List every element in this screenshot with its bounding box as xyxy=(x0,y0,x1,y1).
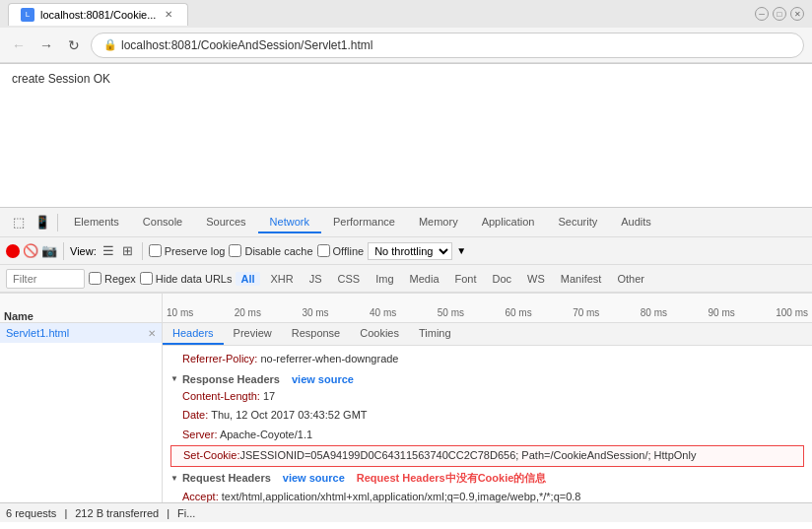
filter-media[interactable]: Media xyxy=(403,270,446,288)
device-toggle-btn[interactable]: 📱 xyxy=(32,212,53,233)
maximize-btn[interactable]: □ xyxy=(773,7,786,21)
preserve-log-checkbox[interactable] xyxy=(149,244,162,257)
view-grid-btn[interactable]: ⊞ xyxy=(120,243,136,259)
view-list-btn[interactable]: ☰ xyxy=(101,243,116,259)
address-bar[interactable]: 🔒 localhost:8081/CookieAndSession/Servle… xyxy=(91,33,804,58)
hide-data-urls-label[interactable]: Hide data URLs xyxy=(140,272,233,285)
content-length-row: Content-Length: 17 xyxy=(170,387,804,407)
requests-count: 6 requests xyxy=(6,507,56,519)
detail-tab-headers[interactable]: Headers xyxy=(163,323,224,345)
set-cookie-name: Set-Cookie: xyxy=(183,447,239,465)
offline-label[interactable]: Offline xyxy=(317,244,365,257)
date-row: Date: Thu, 12 Oct 2017 03:43:52 GMT xyxy=(170,406,804,426)
tab-elements[interactable]: Elements xyxy=(62,212,131,233)
request-view-source-link[interactable]: view source xyxy=(283,472,345,484)
tab-console[interactable]: Console xyxy=(131,212,194,233)
tab-network[interactable]: Network xyxy=(258,212,321,233)
filter-img[interactable]: Img xyxy=(369,270,400,288)
page-content: create Session OK xyxy=(0,64,812,207)
preserve-log-label[interactable]: Preserve log xyxy=(149,244,226,257)
separator-status2: | xyxy=(167,507,169,519)
separator-3 xyxy=(142,242,143,260)
offline-checkbox[interactable] xyxy=(317,244,330,257)
response-headers-section: ▼ Response Headers view source xyxy=(170,373,804,385)
file-item-close-icon[interactable]: ✕ xyxy=(148,328,156,339)
accept-val: text/html,application/xhtml+xml,applicat… xyxy=(222,491,581,502)
file-name: Servlet1.html xyxy=(6,327,69,339)
filter-doc[interactable]: Doc xyxy=(486,270,519,288)
main-area: Name Servlet1.html ✕ 10 ms 20 ms 30 ms 4… xyxy=(0,293,812,502)
forward-btn[interactable]: → xyxy=(35,34,57,56)
ruler-70ms: 70 ms xyxy=(573,307,599,318)
tab-memory[interactable]: Memory xyxy=(407,212,470,233)
devtools-panel: ⬚ 📱 Elements Console Sources Network Per… xyxy=(0,207,812,522)
timeline-ruler-row: 10 ms 20 ms 30 ms 40 ms 50 ms 60 ms 70 m… xyxy=(163,294,812,323)
nav-bar: ← → ↻ 🔒 localhost:8081/CookieAndSession/… xyxy=(0,28,812,63)
filter-other[interactable]: Other xyxy=(610,270,651,288)
detail-tab-response[interactable]: Response xyxy=(282,323,351,345)
ruler-60ms: 60 ms xyxy=(505,307,531,318)
tab-favicon: L xyxy=(21,8,34,22)
filter-types: XHR JS CSS Img Media Font Doc WS Manifes… xyxy=(264,270,651,288)
filter-input[interactable] xyxy=(6,269,85,289)
tab-sources[interactable]: Sources xyxy=(194,212,257,233)
filter-ws[interactable]: WS xyxy=(520,270,552,288)
close-btn[interactable]: ✕ xyxy=(790,7,804,21)
filter-all-btn[interactable]: All xyxy=(236,272,259,286)
filter-css[interactable]: CSS xyxy=(331,270,368,288)
ruler-80ms: 80 ms xyxy=(641,307,667,318)
filter-js[interactable]: JS xyxy=(303,270,329,288)
view-label: View: xyxy=(70,245,97,257)
hide-data-urls-checkbox[interactable] xyxy=(140,272,153,285)
browser-chrome: L localhost:8081/Cookie... ✕ ─ □ ✕ ← → ↻… xyxy=(0,0,812,64)
minimize-btn[interactable]: ─ xyxy=(755,7,769,21)
ruler-10ms: 10 ms xyxy=(167,307,193,318)
filter-manifest[interactable]: Manifest xyxy=(554,270,609,288)
throttle-dropdown-icon[interactable]: ▼ xyxy=(456,245,466,256)
back-btn[interactable]: ← xyxy=(8,34,30,56)
ruler-marks: 10 ms 20 ms 30 ms 40 ms 50 ms 60 ms 70 m… xyxy=(167,307,808,322)
content-length-name: Content-Length: xyxy=(182,390,263,402)
address-text: localhost:8081/CookieAndSession/Servlet1… xyxy=(121,38,372,52)
separator-1 xyxy=(57,214,58,231)
referrer-policy-val: no-referrer-when-downgrade xyxy=(260,353,398,364)
file-item-servlet1[interactable]: Servlet1.html ✕ xyxy=(0,323,162,343)
response-headers-triangle: ▼ xyxy=(170,374,178,383)
browser-tab[interactable]: L localhost:8081/Cookie... ✕ xyxy=(8,3,188,26)
disable-cache-checkbox[interactable] xyxy=(229,244,241,257)
response-headers-label: Response Headers xyxy=(182,373,280,385)
accept-row: Accept: text/html,application/xhtml+xml,… xyxy=(170,488,804,502)
date-name: Date: xyxy=(182,409,211,421)
file-list-panel: Name Servlet1.html ✕ xyxy=(0,294,163,502)
reload-btn[interactable]: ↻ xyxy=(63,34,85,56)
disable-cache-label[interactable]: Disable cache xyxy=(229,244,312,257)
request-headers-label: Request Headers xyxy=(182,472,271,484)
tab-close-btn[interactable]: ✕ xyxy=(162,8,175,22)
ruler-20ms: 20 ms xyxy=(235,307,261,318)
throttle-select[interactable]: No throttling xyxy=(368,242,452,260)
tab-performance[interactable]: Performance xyxy=(321,212,407,233)
regex-label[interactable]: Regex xyxy=(89,272,136,285)
regex-checkbox[interactable] xyxy=(89,272,102,285)
filter-xhr[interactable]: XHR xyxy=(264,270,301,288)
tab-security[interactable]: Security xyxy=(546,212,609,233)
detail-tab-timing[interactable]: Timing xyxy=(409,323,461,345)
server-val: Apache-Coyote/1.1 xyxy=(220,429,312,440)
server-name: Server: xyxy=(182,429,220,440)
ruler-90ms: 90 ms xyxy=(709,307,735,318)
ruler-100ms: 100 ms xyxy=(776,307,808,318)
record-btn[interactable] xyxy=(6,244,20,258)
address-lock-icon: 🔒 xyxy=(103,38,117,51)
camera-icon[interactable]: 📷 xyxy=(41,243,57,258)
separator-2 xyxy=(63,242,64,260)
detail-tab-preview[interactable]: Preview xyxy=(224,323,282,345)
transferred-size: 212 B transferred xyxy=(75,507,159,519)
detail-tab-cookies[interactable]: Cookies xyxy=(350,323,409,345)
clear-btn[interactable]: 🚫 xyxy=(24,244,37,258)
tab-audits[interactable]: Audits xyxy=(609,212,663,233)
response-view-source-link[interactable]: view source xyxy=(292,373,354,385)
tab-application[interactable]: Application xyxy=(470,212,547,233)
inspect-element-btn[interactable]: ⬚ xyxy=(8,212,30,233)
server-row: Server: Apache-Coyote/1.1 xyxy=(170,426,804,445)
filter-font[interactable]: Font xyxy=(448,270,484,288)
